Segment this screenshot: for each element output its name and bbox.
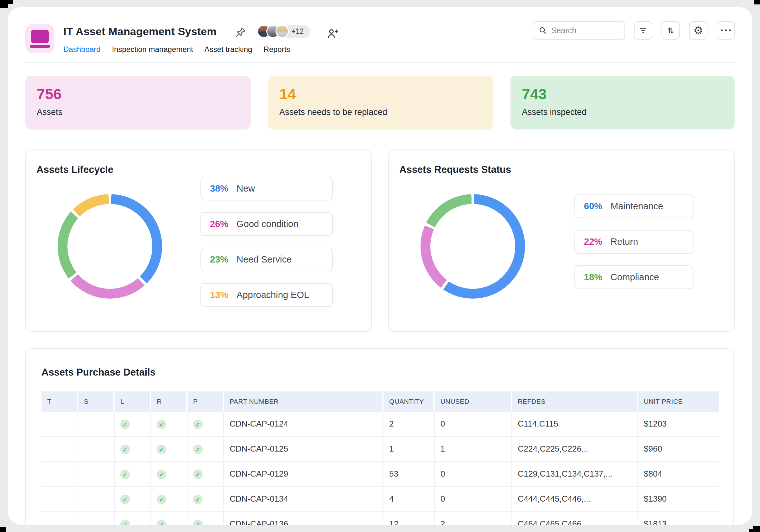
- legend-item: 60%Maintenance: [574, 194, 693, 218]
- stat-value: 14: [279, 85, 493, 103]
- app-window: IT Asset Management System +12 Dashboard…: [8, 7, 752, 525]
- check-circle-icon: ✓: [193, 419, 203, 429]
- empty-cell: [78, 487, 115, 512]
- legend-item: 22%Return: [574, 230, 693, 254]
- check-circle-icon: ✓: [157, 445, 166, 454]
- check-cell: ✓: [151, 487, 187, 512]
- legend-label: Compliance: [610, 272, 659, 282]
- check-cell: ✓: [187, 512, 224, 525]
- app-logo: [25, 24, 55, 53]
- legend-label: Maintenance: [610, 201, 663, 212]
- check-circle-icon: ✓: [193, 520, 203, 525]
- legend-label: Return: [610, 237, 638, 247]
- refdes-cell: C129,C131,C134,C137,...: [512, 462, 638, 487]
- unused-cell: 1: [435, 437, 512, 462]
- empty-cell: [78, 512, 115, 525]
- check-circle-icon: ✓: [157, 495, 166, 504]
- filter-icon[interactable]: [634, 21, 652, 40]
- settings-gear-icon[interactable]: ⚙: [689, 21, 707, 40]
- quantity-cell: 53: [384, 462, 435, 487]
- legend-label: New: [237, 183, 255, 194]
- table-header-row: TSLRPPART NUMBERQUANTITYUNUSEDREFDESUNIT…: [41, 391, 719, 412]
- nav-tab-dashboard[interactable]: Dashboard: [63, 45, 100, 54]
- empty-cell: [41, 437, 78, 462]
- search-field[interactable]: [551, 26, 619, 35]
- check-cell: ✓: [115, 437, 151, 462]
- stat-label: Assets: [37, 107, 251, 117]
- unit-price-cell: $960: [638, 437, 719, 462]
- sort-icon[interactable]: [661, 21, 680, 40]
- pin-icon[interactable]: [234, 25, 248, 39]
- legend-percent: 22%: [584, 237, 602, 247]
- more-options-icon[interactable]: [717, 21, 735, 40]
- column-header-quantity: QUANTITY: [384, 391, 435, 412]
- person-add-icon[interactable]: [325, 26, 340, 40]
- chart-title: Assets Lifecycle: [36, 164, 113, 175]
- nav-tab-asset-tracking[interactable]: Asset tracking: [205, 45, 252, 54]
- column-header-unit-price: UNIT PRICE: [638, 391, 719, 412]
- refdes-cell: C464,C465,C466...: [512, 512, 638, 525]
- check-cell: ✓: [115, 412, 151, 437]
- nav-tab-inspection-management[interactable]: Inspection management: [112, 45, 193, 54]
- column-header-l: L: [115, 391, 151, 412]
- page-title: IT Asset Management System: [63, 25, 216, 38]
- screen-corner-artifact: [8, 0, 13, 4]
- column-header-unused: UNUSED: [435, 391, 512, 412]
- check-circle-icon: ✓: [120, 520, 130, 525]
- check-circle-icon: ✓: [120, 419, 130, 429]
- avatar[interactable]: [275, 25, 289, 38]
- check-circle-icon: ✓: [157, 419, 166, 429]
- nav-tab-reports[interactable]: Reports: [263, 45, 290, 54]
- table-title: Assets Purchase Details: [41, 367, 156, 378]
- column-header-t: T: [41, 391, 78, 412]
- part-number-cell: CDN-CAP-0129: [224, 462, 384, 487]
- avatar-group[interactable]: +12: [257, 25, 310, 38]
- unit-price-cell: $1203: [638, 412, 719, 437]
- screen-corner-artifact: [0, 0, 8, 8]
- unused-cell: 0: [435, 462, 512, 487]
- table-row: ✓✓✓CDN-CAP-012420C114,C115$1203: [41, 412, 719, 437]
- main-nav: DashboardInspection managementAsset trac…: [63, 45, 290, 54]
- stat-value: 743: [522, 85, 735, 103]
- quantity-cell: 12: [384, 512, 435, 525]
- chart-legend: 60%Maintenance22%Return18%Compliance: [574, 194, 693, 289]
- stat-card-assets-to-replace: 14 Assets needs to be replaced: [268, 76, 493, 129]
- check-cell: ✓: [151, 437, 187, 462]
- quantity-cell: 4: [384, 487, 435, 512]
- empty-cell: [78, 412, 115, 437]
- stat-card-assets: 756 Assets: [25, 76, 251, 129]
- check-cell: ✓: [115, 462, 151, 487]
- column-header-refdes: REFDES: [512, 391, 638, 412]
- laptop-icon-base: [30, 45, 50, 48]
- assets-purchase-table: TSLRPPART NUMBERQUANTITYUNUSEDREFDESUNIT…: [41, 391, 719, 525]
- check-circle-icon: ✓: [120, 470, 130, 479]
- legend-item: 23%Need Service: [201, 248, 333, 271]
- check-circle-icon: ✓: [120, 445, 130, 454]
- assets-purchase-details-card: Assets Purchase Details TSLRPPART NUMBER…: [25, 348, 734, 525]
- empty-cell: [41, 512, 78, 525]
- chart-legend: 38%New26%Good condition23%Need Service13…: [201, 177, 333, 307]
- assets-lifecycle-card: Assets Lifecycle 38%New26%Good condition…: [25, 149, 372, 332]
- refdes-cell: C444,C445,C446,...: [512, 487, 638, 512]
- part-number-cell: CDN-CAP-0134: [224, 487, 384, 512]
- check-circle-icon: ✓: [157, 520, 166, 525]
- legend-percent: 18%: [584, 272, 602, 282]
- check-circle-icon: ✓: [193, 445, 203, 454]
- unit-price-cell: $1390: [638, 487, 719, 512]
- check-cell: ✓: [187, 437, 224, 462]
- search-input[interactable]: [533, 21, 625, 40]
- search-icon: [538, 26, 547, 35]
- table-row: ✓✓✓CDN-CAP-012511C224,C225,C226...$960: [41, 437, 719, 462]
- table-row: ✓✓✓CDN-CAP-0129530C129,C131,C134,C137,..…: [41, 462, 719, 487]
- check-circle-icon: ✓: [157, 470, 166, 479]
- assets-lifecycle-donut-chart: [58, 194, 162, 299]
- check-cell: ✓: [187, 487, 224, 512]
- unit-price-cell: $1813: [638, 512, 719, 525]
- stat-value: 756: [37, 85, 251, 103]
- check-cell: ✓: [151, 412, 187, 437]
- check-cell: ✓: [187, 412, 224, 437]
- check-cell: ✓: [151, 462, 187, 487]
- part-number-cell: CDN-CAP-0124: [224, 412, 384, 437]
- empty-cell: [41, 462, 78, 487]
- column-header-p: P: [187, 391, 224, 412]
